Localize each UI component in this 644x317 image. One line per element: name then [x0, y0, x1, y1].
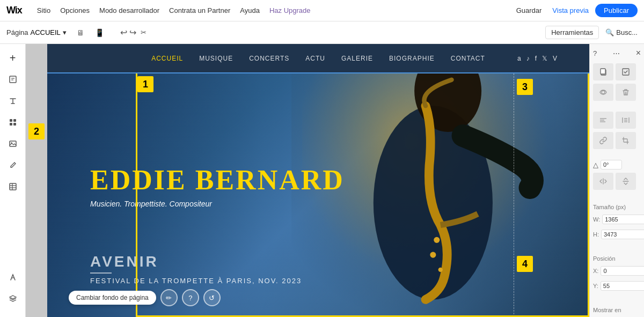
y-row: Y:: [593, 281, 641, 291]
drag-handle-icon[interactable]: ⋯: [613, 49, 620, 57]
nav-actu[interactable]: ACTU: [305, 55, 325, 62]
svg-point-23: [602, 91, 605, 94]
chevron-down-icon[interactable]: ▾: [63, 28, 67, 36]
menu-modo-dev[interactable]: Modo desarrollador: [99, 6, 159, 14]
edit-image-icon[interactable]: ✏: [160, 289, 178, 306]
nav-musique[interactable]: MUSIQUE: [199, 55, 233, 62]
svg-rect-22: [623, 69, 629, 75]
angle-row: △: [593, 160, 641, 169]
image-toolbar: Cambiar fondo de página ✏ ? ↺: [69, 289, 221, 306]
layers-icon[interactable]: [3, 289, 23, 308]
herramientas-button[interactable]: Herramientas: [545, 26, 599, 39]
size-section-label: Tamaño (px): [593, 204, 641, 210]
pages-icon[interactable]: [3, 70, 23, 89]
align-left-icon[interactable]: [593, 112, 613, 129]
menu-upgrade[interactable]: Haz Upgrade: [269, 6, 311, 14]
page-name: ACCUEIL: [30, 28, 60, 36]
website-preview: ACCUEIL MUSIQUE CONCERTS ACTU GALERIE BI…: [47, 44, 589, 317]
main-layout: + 2 3: [0, 44, 644, 317]
left-sidebar: +: [0, 44, 26, 317]
close-panel-icon[interactable]: ×: [636, 48, 641, 58]
facebook-icon[interactable]: f: [535, 55, 537, 62]
vimeo-icon[interactable]: V: [553, 55, 557, 62]
save-button[interactable]: Guardar: [512, 4, 546, 17]
menu-partner[interactable]: Contrata un Partner: [169, 6, 230, 14]
width-input[interactable]: [602, 215, 644, 224]
duplicate-icon[interactable]: [593, 63, 613, 80]
svg-point-19: [438, 268, 442, 272]
apps-grid-icon[interactable]: [3, 113, 23, 132]
mobile-icon[interactable]: 📱: [92, 25, 107, 40]
draw-icon[interactable]: [3, 156, 23, 175]
twitter-icon[interactable]: 𝕏: [542, 55, 547, 62]
menu-opciones[interactable]: Opciones: [60, 6, 90, 14]
redo-icon[interactable]: ↪: [129, 27, 136, 38]
search-icon: 🔍: [605, 28, 614, 36]
table-icon[interactable]: [3, 177, 23, 196]
link-icon[interactable]: [593, 132, 613, 149]
svg-rect-6: [13, 123, 16, 126]
nav-concerts[interactable]: CONCERTS: [249, 55, 289, 62]
menu-ayuda[interactable]: Ayuda: [240, 6, 260, 14]
svg-rect-9: [10, 183, 16, 190]
rp-transform-row: [593, 173, 641, 190]
amazon-icon[interactable]: a: [517, 55, 521, 62]
publish-button[interactable]: Publicar: [595, 4, 638, 17]
rp-actions-row2: [593, 84, 641, 101]
media-icon[interactable]: [3, 134, 23, 153]
flip-v-icon[interactable]: [616, 173, 636, 190]
search-button[interactable]: 🔍 Busc...: [605, 28, 638, 36]
scissors-icon[interactable]: ✂: [141, 28, 147, 36]
dashed-guide-line: [514, 73, 514, 317]
second-bar: Página ACCUEIL ▾ 🖥 📱 ↩ ↪ ✂ Herramientas …: [0, 21, 644, 44]
spotify-icon[interactable]: ♪: [526, 55, 530, 62]
save-to-site-icon[interactable]: [616, 63, 636, 80]
svg-rect-3: [10, 119, 12, 122]
undo-icon[interactable]: ↩: [120, 27, 127, 38]
delete-icon[interactable]: [616, 84, 636, 101]
y-label: Y:: [593, 283, 598, 289]
wix-logo: Wix: [6, 5, 22, 16]
help-icon[interactable]: ?: [182, 289, 199, 306]
menu-sitio[interactable]: Sitio: [37, 6, 50, 14]
x-input[interactable]: [601, 266, 644, 276]
rotate-icon[interactable]: ↺: [203, 289, 221, 306]
height-input[interactable]: [601, 230, 644, 239]
second-bar-right: Herramientas 🔍 Busc...: [545, 26, 638, 39]
nav-galerie[interactable]: GALERIE: [341, 55, 373, 62]
desktop-icon[interactable]: 🖥: [73, 25, 88, 40]
section-badge-3: 3: [517, 79, 533, 95]
page-selector[interactable]: Página ACCUEIL ▾: [6, 28, 67, 36]
nav-biographie[interactable]: BIOGRAPHIE: [389, 55, 435, 62]
section-badge-2: 2: [28, 123, 45, 139]
question-icon: ?: [188, 294, 192, 302]
festival-label: FESTIVAL DE LA TROMPETTE À PARIS, NOV. 2…: [90, 277, 302, 285]
text-icon[interactable]: [3, 91, 23, 110]
crop-icon[interactable]: [616, 132, 636, 149]
help-panel-icon[interactable]: ?: [593, 49, 597, 57]
section-badge-1: 1: [137, 76, 153, 92]
canvas-area: 2 3 4 ACCUEIL MUSIQUE CONCERTS ACTU GALE…: [26, 44, 589, 317]
mostrar-en-label: Mostrar en: [593, 307, 641, 313]
hero-bottom: AVENIR FESTIVAL DE LA TROMPETTE À PARIS,…: [90, 253, 302, 285]
view-icons: 🖥 📱: [73, 25, 107, 40]
font-icon[interactable]: [3, 268, 23, 287]
angle-input[interactable]: [601, 160, 622, 169]
x-label: X:: [593, 268, 598, 274]
hero-title: EDDIE BERNARD: [90, 166, 589, 194]
distribute-icon[interactable]: [616, 112, 636, 129]
cambiar-fondo-button[interactable]: Cambiar fondo de página: [69, 291, 156, 305]
add-element-button[interactable]: +: [3, 48, 23, 68]
position-section-label: Posición: [593, 255, 641, 262]
flip-h-icon[interactable]: [593, 173, 613, 190]
show-hide-icon[interactable]: [593, 84, 613, 101]
section-badge-4: 4: [517, 256, 533, 272]
pencil-icon: ✏: [166, 294, 172, 302]
refresh-icon: ↺: [209, 294, 215, 302]
y-input[interactable]: [601, 281, 644, 291]
preview-button[interactable]: Vista previa: [552, 6, 589, 14]
svg-rect-4: [13, 119, 16, 122]
right-panel: ? ⋯ ×: [589, 44, 644, 317]
nav-contact[interactable]: CONTACT: [451, 55, 485, 62]
nav-accueil[interactable]: ACCUEIL: [151, 55, 183, 62]
